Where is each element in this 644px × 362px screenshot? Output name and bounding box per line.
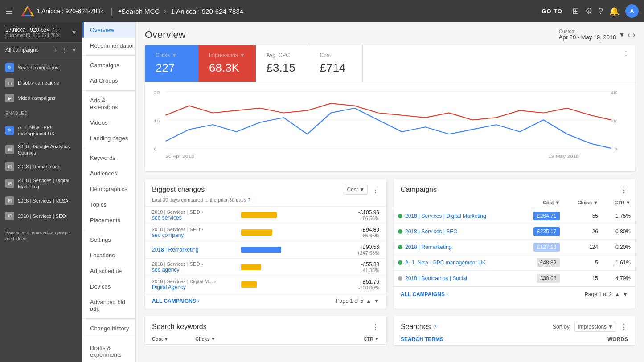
- camp-link-5[interactable]: 2018 | Bootcamps | Social: [405, 275, 467, 281]
- all-campaigns-link-changes[interactable]: ALL CAMPAIGNS ›: [152, 298, 199, 304]
- impressions-dropdown-icon[interactable]: ▼: [240, 52, 245, 58]
- grid-icon[interactable]: ⊞: [572, 6, 579, 16]
- kw-col-ctr[interactable]: CTR ▼: [364, 336, 380, 342]
- searches-help-icon[interactable]: ?: [434, 324, 437, 330]
- searches-sort-btn[interactable]: Impressions ▼: [574, 322, 616, 332]
- nav-item-keywords[interactable]: Keywords: [82, 150, 135, 166]
- nav-item-settings[interactable]: Settings: [82, 232, 135, 248]
- date-range-value: Apr 20 - May 19, 2018: [559, 34, 616, 41]
- hamburger-icon[interactable]: ☰: [5, 6, 13, 16]
- avatar[interactable]: A: [625, 4, 639, 18]
- camp-ctr-cell-3: 0.20%: [603, 240, 635, 255]
- sidebar-item-rlsa[interactable]: ⊞ 2018 | Services | RLSA: [0, 193, 82, 208]
- camp-link-3[interactable]: 2018 | Remarketing: [405, 244, 452, 250]
- nav-item-placements[interactable]: Placements: [82, 212, 135, 228]
- changes-link-5[interactable]: Digital Agency: [152, 284, 241, 290]
- changes-link-1[interactable]: seo services: [152, 215, 241, 221]
- nav-item-change-history[interactable]: Change history: [82, 321, 135, 336]
- sidebar-item-ppc[interactable]: 🔍 A. 1. New - PPC management UK: [0, 121, 82, 140]
- nav-item-demographics[interactable]: Demographics: [82, 181, 135, 197]
- notification-icon[interactable]: 🔔: [609, 6, 619, 16]
- all-campaigns-label[interactable]: All campaigns: [5, 47, 39, 53]
- settings-icon[interactable]: ⚙: [585, 6, 592, 16]
- biggest-changes-sort[interactable]: Cost ▼: [344, 185, 368, 195]
- sidebar-item-digital-marketing[interactable]: ⊞ 2018 | Services | Digital Marketing: [0, 174, 82, 193]
- all-campaigns-link-campaigns[interactable]: ALL CAMPAIGNS ›: [401, 291, 448, 297]
- nav-item-overview[interactable]: Overview: [82, 22, 135, 38]
- help-icon[interactable]: ?: [599, 7, 603, 16]
- nav-item-advanced-bid[interactable]: Advanced bid adj.: [82, 294, 135, 317]
- search-mcc-label[interactable]: *Search MCC: [119, 8, 160, 15]
- changes-bar-2: [241, 228, 295, 236]
- middle-nav: Overview Recommendations Campaigns Ad Gr…: [82, 22, 136, 362]
- camp-link-2[interactable]: 2018 | Services | SEO: [405, 228, 458, 235]
- date-dropdown-icon[interactable]: ▼: [619, 31, 625, 38]
- col-header-ctr[interactable]: CTR ▼: [603, 197, 635, 208]
- clicks-dropdown-icon[interactable]: ▼: [172, 52, 177, 58]
- ppc-icon: 🔍: [5, 126, 14, 135]
- kw-col-cost[interactable]: Cost ▼: [152, 336, 168, 342]
- searches-search-terms-col[interactable]: SEARCH TERMS: [401, 336, 443, 342]
- sidebar-item-seo[interactable]: ⊞ 2018 | Services | SEO: [0, 208, 82, 224]
- sidebar-item-video-campaigns[interactable]: ▶ Video campaigns: [0, 90, 82, 106]
- sidebar-account[interactable]: 1 Anicca : 920-624-7... Customer ID: 920…: [0, 22, 82, 43]
- search-keywords-more-icon[interactable]: ⋮: [371, 322, 379, 332]
- searches-more-icon[interactable]: ⋮: [620, 322, 628, 332]
- col-header-cost[interactable]: Cost ▼: [519, 197, 564, 208]
- collapse-icon[interactable]: ▼: [71, 46, 77, 53]
- impressions-metric[interactable]: Impressions ▼ 68.3K: [198, 45, 256, 82]
- pagination-up-icon[interactable]: ▲: [366, 298, 371, 304]
- clicks-metric[interactable]: Clicks ▼ 227: [145, 45, 198, 82]
- nav-item-landing-pages[interactable]: Landing pages: [82, 130, 135, 146]
- campaigns-more-icon[interactable]: ⋮: [620, 185, 628, 195]
- biggest-changes-header: Biggest changes Cost ▼ ⋮: [145, 179, 386, 197]
- changes-link-4[interactable]: seo agency: [152, 267, 241, 273]
- nav-item-ad-schedule[interactable]: Ad schedule: [82, 263, 135, 279]
- camp-cost-cell-2: £235.17: [519, 224, 564, 240]
- searches-title: Searches: [401, 323, 431, 331]
- svg-text:0: 0: [614, 147, 617, 152]
- camp-link-4[interactable]: A. 1. New - PPC management UK: [405, 260, 486, 266]
- nav-item-ads-extensions[interactable]: Ads & extensions: [82, 93, 135, 115]
- sidebar-item-search-campaigns[interactable]: 🔍 Search campaigns: [0, 60, 82, 75]
- sidebar-item-analytics[interactable]: ⊞ 2018 - Google Analytics Courses: [0, 140, 82, 159]
- nav-item-locations[interactable]: Locations: [82, 248, 135, 263]
- add-icon[interactable]: +: [54, 46, 57, 53]
- nav-item-audiences[interactable]: Audiences: [82, 166, 135, 181]
- col-header-clicks[interactable]: Clicks ▼: [564, 197, 603, 208]
- impressions-label: Impressions ▼: [209, 52, 245, 58]
- camp-link-1[interactable]: 2018 | Services | Digital Marketing: [405, 213, 486, 219]
- date-prev-icon[interactable]: ‹: [628, 31, 630, 39]
- date-next-icon[interactable]: ›: [633, 31, 635, 39]
- changes-link-3[interactable]: 2018 | Remarketing: [152, 247, 241, 253]
- nav-item-topics[interactable]: Topics: [82, 197, 135, 212]
- nav-item-campaigns[interactable]: Campaigns: [82, 57, 135, 73]
- camp-pag-up-icon[interactable]: ▲: [615, 291, 620, 297]
- nav-item-ad-groups[interactable]: Ad Groups: [82, 73, 135, 89]
- display-campaigns-icon: ◻: [5, 78, 14, 87]
- svg-text:4K: 4K: [611, 90, 618, 95]
- nav-item-drafts[interactable]: Drafts & experiments: [82, 340, 135, 362]
- bar-visual-3: [241, 247, 281, 253]
- changes-bar-4: [241, 263, 295, 271]
- account-label[interactable]: 1 Anicca : 920-624-7834: [171, 8, 244, 15]
- biggest-changes-more-icon[interactable]: ⋮: [371, 185, 379, 195]
- camp-ctr-cell-4: 1.61%: [603, 255, 635, 271]
- nav-item-recommendations[interactable]: Recommendations: [82, 38, 135, 53]
- kw-col-clicks[interactable]: Clicks ▼: [195, 336, 215, 342]
- metrics-more[interactable]: ⋮: [617, 45, 635, 82]
- pagination-down-icon[interactable]: ▼: [374, 298, 379, 304]
- nav-item-videos[interactable]: Videos: [82, 115, 135, 130]
- goto-button[interactable]: GO TO: [538, 6, 566, 16]
- camp-pag-down-icon[interactable]: ▼: [623, 291, 628, 297]
- sidebar-ppc-label: A. 1. New - PPC management UK: [18, 124, 77, 137]
- nav-item-devices[interactable]: Devices: [82, 279, 135, 294]
- analytics-icon: ⊞: [5, 145, 14, 154]
- camp-cost-cell-3: £127.13: [519, 240, 564, 255]
- changes-link-2[interactable]: seo company: [152, 232, 241, 238]
- changes-bar-1: [241, 211, 295, 219]
- more-icon[interactable]: ⋮: [61, 46, 67, 53]
- subtitle-help-icon[interactable]: ?: [248, 197, 250, 203]
- sidebar-item-remarketing[interactable]: ⊞ 2018 | Remarketing: [0, 159, 82, 174]
- sidebar-item-display-campaigns[interactable]: ◻ Display campaigns: [0, 75, 82, 90]
